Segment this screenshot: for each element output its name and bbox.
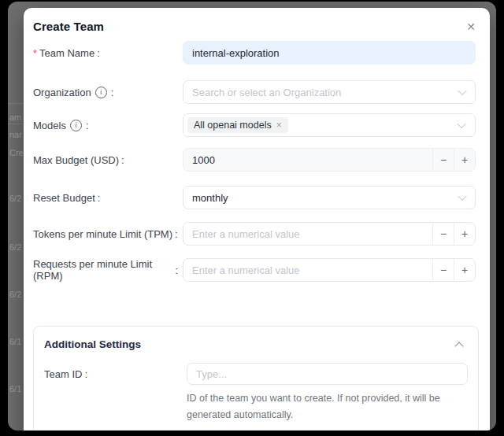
tpm-label: Tokens per minute Limit (TPM) : xyxy=(33,228,183,240)
rpm-label: Requests per minute Limit (RPM) : xyxy=(33,258,183,282)
organization-select-input[interactable] xyxy=(183,80,476,104)
field-row-team-name: * Team Name : xyxy=(33,41,476,65)
bg-table-line xyxy=(8,103,25,104)
tpm-stepper: − + xyxy=(183,222,476,246)
models-label: Models i : xyxy=(33,120,183,131)
reset-budget-select-input[interactable] xyxy=(183,186,476,209)
bg-text-fragment: 6/2 xyxy=(9,242,25,252)
field-row-rpm: Requests per minute Limit (RPM) : − + xyxy=(33,258,476,282)
organization-select[interactable] xyxy=(183,80,476,104)
bg-table-line xyxy=(8,124,25,124)
reset-budget-label: Reset Budget : xyxy=(33,192,183,204)
field-row-models: Models i : All openai models × xyxy=(33,113,476,137)
additional-settings-toggle[interactable]: Additional Settings xyxy=(44,338,466,350)
bg-text-fragment: 6/1 xyxy=(9,337,25,346)
bg-text-fragment: nar xyxy=(9,130,25,139)
team-name-label: * Team Name : xyxy=(33,47,183,59)
team-id-input[interactable] xyxy=(187,363,468,385)
modal-header: Create Team ✕ xyxy=(24,8,490,34)
max-budget-stepper: − + xyxy=(183,148,476,172)
bg-text-fragment: am xyxy=(9,113,25,122)
decrement-button[interactable]: − xyxy=(432,149,454,171)
organization-label: Organization i : xyxy=(33,87,183,98)
team-id-label: Team ID : xyxy=(44,368,187,380)
info-icon[interactable]: i xyxy=(70,120,82,131)
rpm-stepper: − + xyxy=(183,258,476,282)
close-icon[interactable]: ✕ xyxy=(465,20,477,34)
chevron-down-icon xyxy=(457,120,465,128)
decrement-button[interactable]: − xyxy=(432,223,454,245)
team-id-help-text: ID of the team you want to create. If no… xyxy=(187,390,462,423)
field-row-reset-budget: Reset Budget : xyxy=(33,186,476,209)
field-row-organization: Organization i : xyxy=(33,80,476,104)
max-budget-input[interactable] xyxy=(183,149,432,171)
field-row-team-id: Team ID : xyxy=(44,363,468,385)
reset-budget-select[interactable] xyxy=(183,186,476,209)
required-mark: * xyxy=(33,47,37,59)
create-team-modal: Create Team ✕ * Team Name : Organization… xyxy=(24,8,490,430)
chevron-up-icon xyxy=(454,342,463,350)
increment-button[interactable]: + xyxy=(454,223,475,245)
bg-text-fragment: 6/1 xyxy=(9,384,25,394)
bg-text-fragment: Cre xyxy=(9,148,25,157)
increment-button[interactable]: + xyxy=(454,259,475,281)
modal-title: Create Team xyxy=(33,20,104,33)
additional-settings-title: Additional Settings xyxy=(44,338,141,350)
remove-tag-icon[interactable]: × xyxy=(276,120,282,130)
bg-text-fragment: 6/2 xyxy=(9,194,25,203)
additional-settings-panel: Additional Settings Team ID : ID of the … xyxy=(33,326,479,430)
selected-model-tag: All openai models × xyxy=(187,117,288,133)
info-icon[interactable]: i xyxy=(95,87,107,98)
models-multiselect[interactable]: All openai models × xyxy=(183,113,476,137)
field-row-max-budget: Max Budget (USD) : − + xyxy=(33,148,476,172)
bg-text-fragment: 6/2 xyxy=(9,290,25,299)
max-budget-label: Max Budget (USD) : xyxy=(33,154,183,166)
tpm-input[interactable] xyxy=(183,223,432,245)
app-window: am nar Cre 6/2 6/2 6/2 6/1 6/1 Create Te… xyxy=(8,2,496,430)
field-row-tpm: Tokens per minute Limit (TPM) : − + xyxy=(33,222,476,246)
team-name-input[interactable] xyxy=(183,41,476,65)
decrement-button[interactable]: − xyxy=(432,259,454,281)
increment-button[interactable]: + xyxy=(454,149,475,171)
rpm-input[interactable] xyxy=(183,259,432,281)
